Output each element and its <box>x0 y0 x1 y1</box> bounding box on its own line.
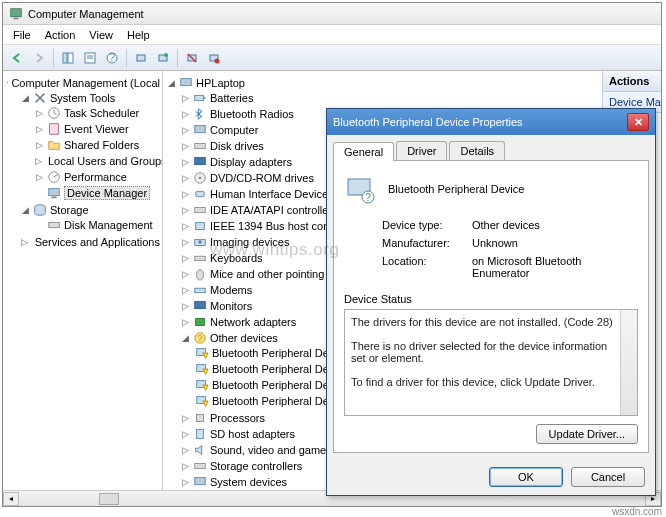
expand-icon[interactable]: ▷ <box>35 109 44 118</box>
sidebar-item-task-scheduler[interactable]: Task Scheduler <box>64 107 139 119</box>
menu-action[interactable]: Action <box>39 27 82 43</box>
value-mfr: Unknown <box>472 237 638 249</box>
collapse-icon[interactable]: ◢ <box>167 79 176 88</box>
expand-icon[interactable]: ▷ <box>35 157 42 166</box>
device-imaging[interactable]: Imaging devices <box>210 236 290 248</box>
tree-root[interactable]: Computer Management (Local <box>11 77 160 89</box>
collapse-icon[interactable]: ◢ <box>21 94 30 103</box>
scroll-thumb[interactable] <box>99 493 119 505</box>
computer-icon <box>193 123 207 137</box>
expand-icon[interactable]: ▷ <box>35 141 44 150</box>
device-ide[interactable]: IDE ATA/ATAPI controllers <box>210 204 338 216</box>
sidebar-item-systools[interactable]: System Tools <box>50 92 115 104</box>
expand-icon[interactable]: ▷ <box>181 222 190 231</box>
menu-help[interactable]: Help <box>121 27 156 43</box>
device-sysdev[interactable]: System devices <box>210 476 287 488</box>
expand-icon[interactable]: ▷ <box>181 254 190 263</box>
device-disk-drives[interactable]: Disk drives <box>210 140 264 152</box>
sidebar-item-local-users[interactable]: Local Users and Groups <box>48 155 163 167</box>
ok-button[interactable]: OK <box>489 467 563 487</box>
tools-icon <box>33 91 47 105</box>
collapse-icon[interactable]: ◢ <box>181 334 190 343</box>
expand-icon[interactable]: ▷ <box>181 462 190 471</box>
device-network[interactable]: Network adapters <box>210 316 296 328</box>
status-textbox[interactable]: The drivers for this device are not inst… <box>344 309 638 416</box>
scroll-left-button[interactable]: ◂ <box>3 492 19 506</box>
device-processors[interactable]: Processors <box>210 412 265 424</box>
sidebar-item-event-viewer[interactable]: Event Viewer <box>64 123 129 135</box>
cancel-button[interactable]: Cancel <box>571 467 645 487</box>
svg-rect-45 <box>196 319 205 326</box>
device-keyboards[interactable]: Keyboards <box>210 252 263 264</box>
collapse-icon[interactable]: ◢ <box>21 206 30 215</box>
help-button[interactable]: ? <box>102 48 122 68</box>
svg-rect-1 <box>13 17 18 19</box>
expand-icon[interactable]: ▷ <box>35 125 44 134</box>
expand-icon[interactable]: ▷ <box>181 174 190 183</box>
svg-rect-43 <box>195 288 206 292</box>
menu-file[interactable]: File <box>7 27 37 43</box>
device-monitors[interactable]: Monitors <box>210 300 252 312</box>
device-large-icon: ? <box>344 173 376 205</box>
svg-text:?: ? <box>365 191 371 203</box>
device-other[interactable]: Other devices <box>210 332 278 344</box>
expand-icon[interactable]: ▷ <box>181 190 190 199</box>
menu-view[interactable]: View <box>83 27 119 43</box>
device-storagectrl[interactable]: Storage controllers <box>210 460 302 472</box>
sidebar-item-device-manager[interactable]: Device Manager <box>64 186 150 200</box>
properties-button[interactable] <box>80 48 100 68</box>
scan-hardware-button[interactable] <box>131 48 151 68</box>
sidebar-item-performance[interactable]: Performance <box>64 171 127 183</box>
expand-icon[interactable]: ▷ <box>21 238 28 247</box>
device-bluetooth-radios[interactable]: Bluetooth Radios <box>210 108 294 120</box>
device-sdhost[interactable]: SD host adapters <box>210 428 295 440</box>
device-bpd[interactable]: Bluetooth Peripheral Devic <box>212 363 342 375</box>
storagectrl-icon <box>193 459 207 473</box>
show-hide-tree-button[interactable] <box>58 48 78 68</box>
device-dvd[interactable]: DVD/CD-ROM drives <box>210 172 314 184</box>
expand-icon[interactable]: ▷ <box>181 478 190 487</box>
tab-driver[interactable]: Driver <box>396 141 447 160</box>
expand-icon[interactable]: ▷ <box>181 270 190 279</box>
sidebar-item-services[interactable]: Services and Applications <box>35 236 160 248</box>
device-modems[interactable]: Modems <box>210 284 252 296</box>
device-bpd[interactable]: Bluetooth Peripheral Devic <box>212 379 342 391</box>
expand-icon[interactable]: ▷ <box>181 238 190 247</box>
device-display[interactable]: Display adapters <box>210 156 292 168</box>
expand-icon[interactable]: ▷ <box>181 142 190 151</box>
expand-icon[interactable]: ▷ <box>181 126 190 135</box>
sidebar-item-shared-folders[interactable]: Shared Folders <box>64 139 139 151</box>
disable-button[interactable] <box>204 48 224 68</box>
uninstall-button[interactable] <box>182 48 202 68</box>
dialog-titlebar[interactable]: Bluetooth Peripheral Device Properties ✕ <box>327 109 655 135</box>
forward-button[interactable] <box>29 48 49 68</box>
device-hid[interactable]: Human Interface Devices <box>210 188 334 200</box>
window-title: Computer Management <box>28 8 144 20</box>
sidebar-item-storage[interactable]: Storage <box>50 204 89 216</box>
expand-icon[interactable]: ▷ <box>181 94 190 103</box>
device-bpd[interactable]: Bluetooth Peripheral Devic <box>212 395 342 407</box>
expand-icon[interactable]: ▷ <box>181 158 190 167</box>
svg-rect-55 <box>195 478 206 485</box>
expand-icon[interactable]: ▷ <box>35 173 44 182</box>
device-computer[interactable]: Computer <box>210 124 258 136</box>
console-tree[interactable]: Computer Management (Local ◢System Tools… <box>3 71 163 490</box>
update-driver-button[interactable] <box>153 48 173 68</box>
expand-icon[interactable]: ▷ <box>181 446 190 455</box>
sidebar-item-disk-management[interactable]: Disk Management <box>64 219 153 231</box>
expand-icon[interactable]: ▷ <box>181 414 190 423</box>
tab-details[interactable]: Details <box>449 141 505 160</box>
expand-icon[interactable]: ▷ <box>181 302 190 311</box>
close-button[interactable]: ✕ <box>627 113 649 131</box>
device-root[interactable]: HPLaptop <box>196 77 245 89</box>
expand-icon[interactable]: ▷ <box>181 286 190 295</box>
expand-icon[interactable]: ▷ <box>181 206 190 215</box>
device-batteries[interactable]: Batteries <box>210 92 253 104</box>
expand-icon[interactable]: ▷ <box>181 318 190 327</box>
expand-icon[interactable]: ▷ <box>181 430 190 439</box>
device-bpd[interactable]: Bluetooth Peripheral Devic <box>212 347 342 359</box>
back-button[interactable] <box>7 48 27 68</box>
expand-icon[interactable]: ▷ <box>181 110 190 119</box>
tab-general[interactable]: General <box>333 142 394 161</box>
update-driver-button[interactable]: Update Driver... <box>536 424 638 444</box>
